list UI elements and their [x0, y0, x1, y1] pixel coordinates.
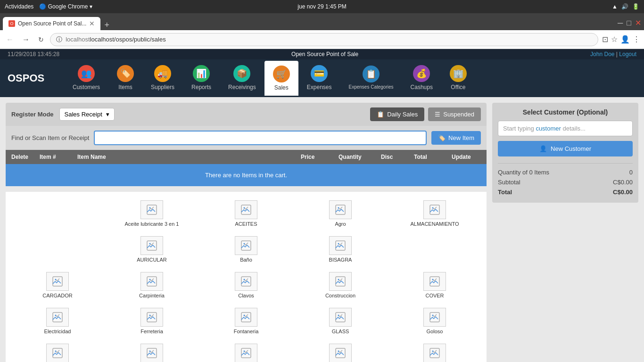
actividades-label[interactable]: Actividades	[5, 3, 33, 10]
cart-header: Delete Item # Item Name Price Quantity D…	[6, 150, 487, 164]
cast-icon[interactable]: ⊡	[602, 35, 608, 44]
daily-sales-button[interactable]: 📋 Daily Sales	[370, 107, 424, 121]
category-image	[235, 200, 257, 219]
browser-tab-active[interactable]: O Open Source Point of Sal... ✕	[3, 17, 100, 30]
svg-point-37	[149, 351, 151, 352]
search-blue-text: customer	[536, 125, 561, 132]
category-item[interactable]: Construccion	[294, 269, 387, 301]
nav-item-office[interactable]: 🏢 Office	[441, 60, 475, 97]
logout-link[interactable]: Logout	[619, 51, 636, 58]
category-label: BISAGRA	[329, 257, 352, 263]
category-item[interactable]: Fontaneria	[200, 305, 292, 337]
nav-item-expenses[interactable]: 💳 Expenses	[298, 60, 340, 97]
maximize-button[interactable]: □	[627, 19, 631, 27]
category-item[interactable]: ALMACENAMIENTO	[388, 197, 481, 230]
category-image	[329, 308, 352, 327]
main-content: Register Mode Sales Receipt ▾ 📋 Daily Sa…	[0, 97, 644, 362]
svg-point-7	[432, 207, 434, 209]
new-tab-button[interactable]: +	[101, 20, 112, 30]
svg-point-35	[55, 351, 57, 352]
suspended-button[interactable]: ☰ Suspended	[428, 107, 481, 121]
category-label: GLASS	[332, 329, 349, 334]
search-static-text: Start typing	[503, 125, 536, 132]
category-item[interactable]: Electricidad	[11, 305, 104, 337]
nav-item-suppliers[interactable]: 🚚 Suppliers	[142, 60, 183, 97]
customer-search-input[interactable]: Start typing customer details...	[498, 121, 633, 136]
register-mode-dropdown[interactable]: Sales Receipt ▾	[59, 108, 115, 121]
category-item[interactable]: ACEITES	[200, 197, 292, 230]
category-image	[235, 344, 257, 362]
office-icon: 🏢	[450, 65, 467, 82]
subtotal-label: Subtotal	[498, 179, 520, 186]
category-item[interactable]: GLASS	[294, 305, 387, 337]
category-label: Goloso	[427, 329, 443, 334]
category-item[interactable]: CARGADOR	[11, 269, 104, 301]
new-item-button[interactable]: 🏷️ New Item	[431, 131, 481, 145]
browser-label[interactable]: 🔵 Google Chrome ▾	[39, 3, 92, 10]
profile-icon[interactable]: 👤	[620, 35, 630, 44]
category-item[interactable]: Carpinteria	[106, 269, 198, 301]
forward-button[interactable]: →	[20, 34, 32, 45]
back-button[interactable]: ←	[4, 34, 16, 45]
category-item[interactable]: Jardineria	[388, 341, 481, 362]
mode-buttons: 📋 Daily Sales ☰ Suspended	[370, 107, 481, 121]
category-item[interactable]: BISAGRA	[294, 233, 387, 265]
nav-item-expenses-categories[interactable]: 📋 Expenses Categories	[340, 61, 402, 96]
category-image	[46, 344, 69, 362]
category-label: ACEITES	[235, 221, 257, 227]
category-item[interactable]: Gypsum	[200, 341, 292, 362]
category-item[interactable]: COVER	[388, 269, 481, 301]
new-item-icon: 🏷️	[438, 134, 446, 141]
nav-item-reports[interactable]: 📊 Reports	[183, 60, 220, 97]
suppliers-label: Suppliers	[151, 84, 174, 90]
nav-item-sales[interactable]: 🛒 Sales	[264, 61, 298, 96]
category-item[interactable]: AURICULAR	[106, 233, 198, 265]
category-image	[140, 200, 163, 219]
cashups-label: Cashups	[411, 84, 433, 90]
category-item[interactable]: Aceite lubricante 3 en 1	[106, 197, 198, 230]
category-image	[329, 344, 352, 362]
wifi-icon: ▲	[612, 3, 618, 10]
nav-item-items[interactable]: 🏷️ Items	[108, 60, 142, 97]
sales-label: Sales	[274, 84, 289, 91]
url-bar[interactable]: ⓘ localhostlocalhost/ospos/public/sales	[50, 33, 598, 46]
new-customer-button[interactable]: 👤 New Customer	[498, 141, 633, 156]
category-item[interactable]: Grapa	[106, 341, 198, 362]
close-tab-button[interactable]: ✕	[89, 20, 95, 27]
category-item[interactable]: Clavos	[200, 269, 292, 301]
category-label: Clavos	[238, 293, 254, 298]
category-item[interactable]: Goloso	[388, 305, 481, 337]
expenses-cat-label: Expenses Categories	[348, 84, 393, 90]
customer-panel-title: Select Customer (Optional)	[498, 108, 633, 116]
cart-empty-message: There are no Items in the cart.	[6, 164, 487, 186]
register-mode-label: Register Mode	[11, 111, 54, 118]
reports-label: Reports	[191, 84, 211, 90]
register-mode-value: Sales Receipt	[65, 111, 102, 118]
category-item[interactable]: Herramientas de Construccion	[294, 341, 387, 362]
os-bar: Actividades 🔵 Google Chrome ▾ jue nov 29…	[0, 0, 644, 13]
category-item[interactable]: Ferreteria	[106, 305, 198, 337]
cashups-icon: 💰	[413, 65, 430, 82]
category-label: CARGADOR	[42, 293, 73, 298]
new-customer-icon: 👤	[539, 145, 547, 152]
close-button[interactable]: ✕	[635, 18, 641, 27]
category-item[interactable]: Golosos	[11, 341, 104, 362]
receivings-icon: 📦	[233, 65, 250, 82]
menu-icon[interactable]: ⋮	[633, 35, 640, 44]
svg-point-41	[338, 351, 339, 352]
tab-bar: O Open Source Point of Sal... ✕ + ─ □ ✕	[0, 13, 644, 30]
items-icon: 🏷️	[117, 65, 134, 82]
reload-button[interactable]: ↻	[36, 35, 46, 44]
nav-item-cashups[interactable]: 💰 Cashups	[402, 60, 441, 97]
category-item[interactable]: Baño	[200, 233, 292, 265]
svg-point-9	[149, 243, 151, 245]
nav-item-customers[interactable]: 👥 Customers	[64, 60, 108, 97]
bookmark-icon[interactable]: ☆	[611, 35, 618, 44]
category-item	[11, 233, 104, 265]
minimize-button[interactable]: ─	[618, 19, 623, 27]
category-item[interactable]: Agro	[294, 197, 387, 230]
category-image	[423, 308, 446, 327]
nav-item-receivings[interactable]: 📦 Receivings	[220, 60, 264, 97]
search-input[interactable]	[94, 131, 427, 145]
col-total: Total	[412, 153, 450, 161]
